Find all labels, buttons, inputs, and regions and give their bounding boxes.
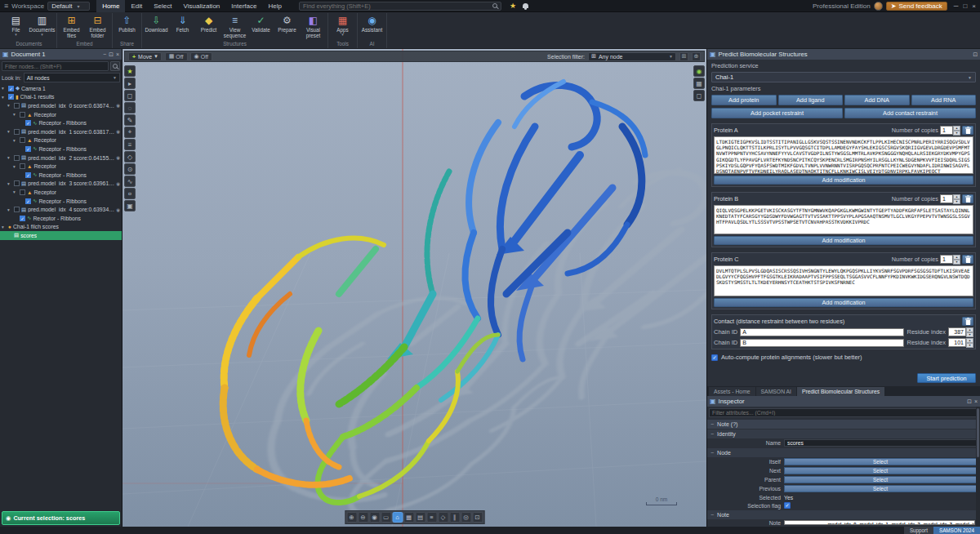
delete-protein-b-button[interactable] bbox=[962, 194, 973, 203]
expander-icon[interactable]: ▾ bbox=[13, 164, 18, 169]
add-ligand-button[interactable]: Add ligand bbox=[778, 95, 844, 105]
protein-c-add-modification-button[interactable]: Add modification bbox=[714, 298, 973, 307]
start-prediction-button[interactable]: Start prediction bbox=[917, 373, 976, 383]
note-value-area[interactable]: model_idx_0model_idx_1model_idx_2model_i… bbox=[784, 520, 975, 525]
node-checkbox[interactable]: ✓ bbox=[8, 86, 14, 91]
auto-compute-checkbox[interactable]: ✓ bbox=[711, 354, 718, 361]
contact-residue-a-input[interactable] bbox=[948, 327, 966, 336]
ribbon-visual-preset-button[interactable]: ◧Visual preset bbox=[301, 13, 326, 40]
spin-down-icon[interactable]: ▼ bbox=[953, 260, 960, 265]
viewport-3d[interactable]: + Move ▾ ▦Off◉Off Selection filter: ⊞ An… bbox=[122, 49, 706, 527]
node-checkbox[interactable] bbox=[20, 189, 25, 195]
node-checkbox[interactable]: ✓ bbox=[25, 120, 31, 126]
grid-toggle[interactable]: ▦ bbox=[403, 512, 414, 523]
tree-node-receptor-ribbons[interactable]: ✓∿Receptor - Ribbons bbox=[0, 214, 122, 223]
protein-a-copies-input[interactable] bbox=[940, 126, 953, 135]
view-layout[interactable]: ▤ bbox=[415, 512, 425, 523]
ribbon-prepare-button[interactable]: ⚙Prepare bbox=[274, 13, 300, 40]
add-contact-restraint-button[interactable]: Add contact restraint bbox=[844, 108, 976, 118]
delete-contact-button[interactable] bbox=[962, 317, 973, 326]
parent-select-button[interactable]: Select bbox=[784, 476, 977, 483]
fit-view[interactable]: ▭ bbox=[381, 512, 391, 523]
prediction-service-select[interactable]: Chai-1 ▼ bbox=[711, 72, 976, 82]
tree-node-pred-model-idx-4-score-0-6[interactable]: ▾▤pred.model_idx_4 score:0.639343 iptm:0… bbox=[0, 205, 122, 214]
tree-node-receptor[interactable]: ▾▲Receptor bbox=[0, 162, 122, 171]
record-view[interactable]: ◎ bbox=[461, 512, 471, 523]
ribbon-view-sequence-button[interactable]: ≡View sequence bbox=[222, 13, 247, 40]
tree-node-chai-1-filch-scores[interactable]: ▾●Chai-1 filch scores bbox=[0, 223, 122, 232]
protein-b-add-modification-button[interactable]: Add modification bbox=[714, 236, 973, 245]
tab-assets-home[interactable]: Assets - Home bbox=[709, 387, 755, 396]
list-view[interactable]: ≡ bbox=[426, 512, 437, 523]
home-view[interactable]: ⌂ bbox=[392, 512, 403, 523]
fullscreen[interactable]: ⊡ bbox=[472, 512, 483, 523]
close-panel-icon[interactable]: × bbox=[974, 398, 978, 405]
float-panel-icon[interactable]: ⊡ bbox=[109, 51, 114, 58]
visibility-icon[interactable]: ◉ bbox=[116, 129, 122, 134]
protein-a-sequence[interactable]: LTDKIGTEIGPKVSLIDTSSTITIPANIGLLGSKVSQSTS… bbox=[714, 136, 973, 174]
add-dna-button[interactable]: Add DNA bbox=[844, 95, 910, 105]
protein-b-sequence[interactable]: QIQLVQSGPELKKPGETVKISCKASGYTFTNYGMNWVKQA… bbox=[714, 205, 973, 234]
node-checkbox[interactable] bbox=[20, 137, 25, 143]
split-view[interactable]: ∥ bbox=[449, 512, 460, 523]
add-rna-button[interactable]: Add RNA bbox=[911, 95, 977, 105]
maximize-button[interactable]: □ bbox=[963, 2, 967, 10]
global-search-input[interactable] bbox=[303, 2, 489, 10]
menu-interface[interactable]: Interface bbox=[225, 0, 262, 12]
selection-flag-checkbox[interactable]: ✓ bbox=[784, 502, 791, 509]
add-pocket-restraint-button[interactable]: Add pocket restraint bbox=[711, 108, 843, 118]
tree-node-pred-model-idx-1-score-0-6[interactable]: ▾▤pred.model_idx_1 score:0.638174 iptm:0… bbox=[0, 127, 122, 136]
filter-nodes-input[interactable] bbox=[2, 61, 109, 71]
protein-a-add-modification-button[interactable]: Add modification bbox=[714, 176, 973, 185]
ribbon-apps-button[interactable]: ▦Apps▾ bbox=[330, 13, 355, 40]
node-checkbox[interactable] bbox=[20, 112, 25, 118]
favorites-icon[interactable]: ★ bbox=[510, 2, 516, 10]
visibility-icon[interactable]: ◉ bbox=[116, 181, 122, 186]
contact-residue-b-input[interactable] bbox=[948, 338, 966, 347]
spin-down-icon[interactable]: ▼ bbox=[953, 131, 960, 136]
menu-help[interactable]: Help bbox=[262, 0, 287, 12]
workspace-select[interactable]: Default ▾ bbox=[47, 2, 90, 11]
target-tool[interactable]: ⌖ bbox=[124, 127, 136, 138]
tree-node-pred-model-idx-2-score-0-6[interactable]: ▾▤pred.model_idx_2 score:0.641555 iptm:0… bbox=[0, 154, 122, 162]
inspector-header[interactable]: ▣ Inspector ⊡ × bbox=[707, 396, 980, 407]
close-panel-icon[interactable]: × bbox=[116, 51, 119, 58]
ribbon-assistant-button[interactable]: ◉Assistant bbox=[359, 13, 385, 40]
tree-node-receptor[interactable]: ▾▲Receptor bbox=[0, 136, 122, 145]
selection-filter-select[interactable]: ⊞ Any node ▼ bbox=[588, 52, 676, 61]
tree-node-scores[interactable]: ▤scores bbox=[0, 231, 122, 240]
presentation-tool[interactable]: ★ bbox=[124, 65, 136, 77]
move-tool-button[interactable]: + Move ▾ bbox=[128, 52, 162, 61]
note-section-header[interactable]: − Note bbox=[707, 510, 980, 519]
spin-down-icon[interactable]: ▼ bbox=[953, 199, 960, 204]
zoom-in[interactable]: ⊕ bbox=[346, 512, 357, 523]
tab-samson-ai[interactable]: SAMSON AI bbox=[756, 387, 796, 396]
rect-select-tool[interactable]: ◻ bbox=[124, 90, 136, 101]
contact-chain-b-input[interactable] bbox=[740, 339, 904, 347]
anchor-tool[interactable]: ¤ bbox=[124, 188, 136, 199]
previous-select-button[interactable]: Select bbox=[784, 485, 977, 492]
float-panel-icon[interactable]: ⊡ bbox=[967, 398, 972, 405]
expander-icon[interactable]: ▾ bbox=[2, 86, 7, 91]
expander-icon[interactable]: ▾ bbox=[2, 225, 7, 229]
node-checkbox[interactable]: ✓ bbox=[25, 198, 31, 204]
note-group-header[interactable]: − Note (?) bbox=[707, 420, 980, 429]
main-menu-icon[interactable]: ≡ bbox=[4, 2, 8, 10]
node-checkbox[interactable]: ✓ bbox=[25, 172, 31, 178]
node-header[interactable]: − Node bbox=[707, 448, 980, 457]
measure-tool[interactable]: ≡ bbox=[124, 139, 136, 150]
ribbon-predict-button[interactable]: ◆Predict bbox=[196, 13, 221, 40]
ribbon-embed-folder-button[interactable]: ⊟Embed folder bbox=[85, 13, 110, 40]
tree-node-receptor-ribbons[interactable]: ✓∿Receptor - Ribbons bbox=[0, 118, 122, 127]
node-checkbox[interactable]: ✓ bbox=[25, 146, 31, 152]
ribbon-embed-files-button[interactable]: ⊞Embed files bbox=[59, 13, 84, 40]
look-in-select[interactable]: All nodes ▼ bbox=[24, 73, 120, 82]
probe-tool[interactable]: ⊙ bbox=[124, 163, 136, 175]
inspector-scrollbar[interactable] bbox=[976, 407, 980, 527]
next-select-button[interactable]: Select bbox=[784, 467, 977, 474]
node-checkbox[interactable] bbox=[20, 163, 25, 169]
camera-options[interactable]: ▦ bbox=[693, 78, 705, 89]
perspective-toggle[interactable]: ◇ bbox=[438, 512, 448, 523]
expander-icon[interactable]: ▾ bbox=[7, 129, 12, 134]
menu-home[interactable]: Home bbox=[96, 0, 125, 12]
